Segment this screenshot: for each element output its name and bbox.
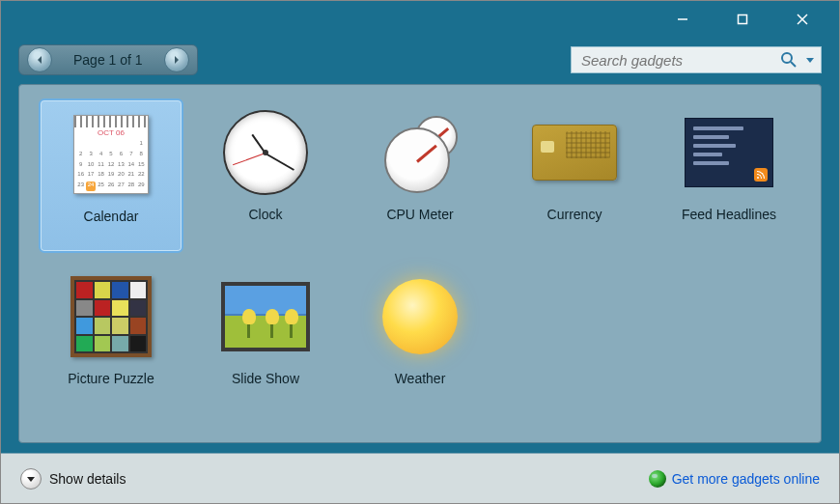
footer: Show details Get more gadgets online	[1, 453, 839, 503]
gadget-grid: OCT 06 1 2345678 9101112131415 161718192…	[18, 84, 822, 443]
get-more-gadgets-link[interactable]: Get more gadgets online	[649, 470, 820, 488]
search-dropdown-icon[interactable]	[805, 55, 815, 65]
toolbar: Page 1 of 1	[1, 38, 839, 82]
chevron-down-icon	[20, 468, 42, 490]
search-box[interactable]	[571, 46, 822, 73]
svg-marker-5	[175, 56, 179, 64]
sun-icon	[372, 268, 468, 365]
svg-rect-1	[739, 15, 747, 24]
gadget-gallery-window: Page 1 of 1 OCT 06 1 2345678 9101112131	[0, 0, 840, 504]
rss-icon	[681, 104, 777, 201]
gadget-cpu-meter[interactable]: CPU Meter	[348, 98, 492, 253]
gadget-picture-puzzle[interactable]: Picture Puzzle	[39, 263, 183, 417]
gadget-label: CPU Meter	[386, 207, 453, 222]
clock-icon	[217, 104, 314, 201]
close-button[interactable]	[773, 5, 831, 34]
svg-marker-8	[806, 58, 814, 63]
gadget-label: Feed Headlines	[682, 207, 776, 222]
show-details-label: Show details	[49, 471, 126, 487]
prev-page-button[interactable]	[27, 47, 52, 72]
next-page-button[interactable]	[164, 47, 189, 72]
gadget-label: Clock	[248, 207, 282, 222]
gadget-weather[interactable]: Weather	[348, 263, 492, 417]
search-input[interactable]	[581, 52, 776, 69]
close-icon	[796, 13, 809, 26]
svg-point-6	[782, 53, 792, 63]
credit-card-icon	[526, 104, 623, 201]
globe-icon	[649, 470, 666, 488]
gadget-calendar[interactable]: OCT 06 1 2345678 9101112131415 161718192…	[39, 98, 183, 253]
calendar-icon: OCT 06 1 2345678 9101112131415 161718192…	[63, 106, 159, 203]
svg-marker-9	[27, 477, 35, 482]
chevron-left-icon	[35, 55, 44, 65]
gadget-label: Calendar	[84, 209, 139, 224]
gadget-label: Slide Show	[232, 371, 299, 386]
get-more-gadgets-label: Get more gadgets online	[672, 471, 820, 487]
show-details-button[interactable]: Show details	[20, 468, 126, 490]
svg-marker-4	[38, 56, 42, 64]
maximize-icon	[737, 14, 748, 25]
svg-line-7	[791, 62, 796, 67]
gauge-icon	[372, 104, 468, 201]
minimize-icon	[676, 13, 689, 26]
puzzle-icon	[63, 268, 159, 365]
page-navigator: Page 1 of 1	[18, 44, 198, 75]
minimize-button[interactable]	[654, 5, 712, 34]
gadget-slide-show[interactable]: Slide Show	[193, 263, 338, 417]
gadget-label: Weather	[395, 371, 446, 386]
gadget-label: Currency	[547, 207, 602, 222]
gadget-feed-headlines[interactable]: Feed Headlines	[657, 98, 801, 253]
page-label: Page 1 of 1	[54, 52, 162, 68]
maximize-button[interactable]	[714, 5, 771, 34]
gadget-label: Picture Puzzle	[68, 371, 154, 386]
chevron-right-icon	[172, 55, 182, 65]
gadget-clock[interactable]: Clock	[193, 98, 338, 253]
gadget-currency[interactable]: Currency	[502, 98, 647, 253]
photo-icon	[217, 268, 314, 365]
titlebar	[1, 1, 839, 38]
search-icon[interactable]	[780, 51, 798, 69]
